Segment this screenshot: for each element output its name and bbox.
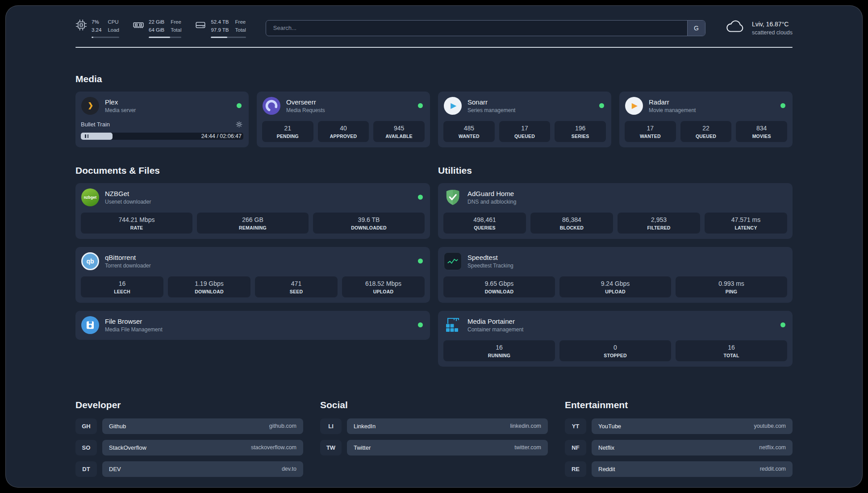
service-stats: 498,461QUERIES 86,384BLOCKED 2,953FILTER… (443, 213, 787, 234)
memory-usage-bar (149, 37, 181, 38)
stat-value: 834 (738, 125, 785, 132)
stat-label: MOVIES (738, 134, 785, 139)
disk-free-value: 52.4 TB (211, 18, 229, 26)
weather-condition: scattered clouds (752, 29, 793, 37)
disk-icon (195, 19, 206, 31)
status-dot (780, 322, 785, 327)
bookmark-domain: github.com (269, 423, 296, 429)
stat-value: 266 GB (199, 216, 307, 223)
memory-total-label: Total (171, 26, 181, 34)
search-bar: G (266, 20, 705, 36)
resource-widget-cpu: 7% 3.24 CPU Load (75, 18, 119, 38)
dashboard-panel: 7% 3.24 CPU Load (5, 5, 863, 488)
bookmark-abbr: LI (320, 418, 342, 434)
bookmark-abbr: RE (565, 461, 586, 477)
bookmark-abbr: TW (320, 440, 342, 455)
stat-label: STOPPED (561, 353, 669, 358)
bookmark-name: StackOverflow (109, 444, 146, 451)
service-name: Speedtest (467, 254, 787, 261)
service-subtitle: Media File Management (105, 326, 413, 333)
stat: 40APPROVED (318, 121, 369, 142)
stat-value: 39.6 TB (315, 216, 423, 223)
resource-widget-memory: 22 GiB 64 GiB Free Total (133, 18, 181, 38)
stat-value: 17 (501, 125, 549, 132)
bookmark-name: Twitter (354, 444, 371, 451)
disk-total-value: 97.9 TB (211, 26, 229, 34)
bookmark-reddit[interactable]: RE Redditreddit.com (565, 461, 793, 477)
bookmark-linkedin[interactable]: LI LinkedInlinkedin.com (320, 418, 548, 434)
qbittorrent-icon: qb (81, 252, 99, 270)
weather-widget[interactable]: Lviv, 16.87°C scattered clouds (725, 20, 793, 37)
bookmark-name: YouTube (598, 423, 621, 430)
service-subtitle: Media server (105, 107, 231, 113)
section-heading-utilities: Utilities (438, 165, 793, 176)
stat-value: 40 (320, 125, 367, 132)
bookmark-domain: netflix.com (759, 444, 786, 451)
cloud-icon (725, 20, 746, 36)
stat: 618.52 MbpsUPLOAD (342, 276, 425, 297)
service-card-adguard[interactable]: AdGuard Home DNS and adblocking 498,461Q… (438, 183, 793, 239)
stat-value: 0.993 ms (677, 280, 785, 287)
service-card-radarr[interactable]: ▶ Radarr Movie management 17WANTED 22QUE… (619, 92, 793, 147)
cpu-label: CPU (108, 18, 119, 26)
stat: 2,953FILTERED (618, 213, 700, 234)
bookmark-domain: twitter.com (514, 444, 541, 451)
service-card-speedtest[interactable]: Speedtest Speedtest Tracking 9.65 GbpsDO… (438, 247, 793, 303)
stat-label: WANTED (445, 134, 493, 139)
service-name: NZBGet (105, 190, 413, 197)
gear-icon[interactable] (235, 121, 243, 129)
disk-free-label: Free (235, 18, 246, 26)
service-card-filebrowser[interactable]: File Browser Media File Management (75, 311, 430, 340)
service-stats: 17WANTED 22QUEUED 834MOVIES (625, 121, 787, 142)
bookmark-netflix[interactable]: NF Netflixnetflix.com (565, 440, 793, 455)
pause-icon[interactable] (85, 134, 88, 138)
search-provider-button[interactable]: G (687, 21, 705, 36)
stat-label: TOTAL (677, 353, 785, 358)
adguard-shield-icon (443, 188, 462, 207)
topbar-divider (75, 47, 793, 48)
stat-label: LEECH (83, 289, 162, 294)
bookmark-github[interactable]: GH Githubgithub.com (75, 418, 303, 434)
sonarr-icon: ▶ (444, 97, 462, 115)
service-card-qbittorrent[interactable]: qb qBittorrent Torrent downloader 16LEEC… (75, 247, 430, 303)
service-name: Sonarr (467, 98, 594, 106)
bookmark-stackoverflow[interactable]: SO StackOverflowstackoverflow.com (75, 440, 303, 455)
stat: 39.6 TBDOWNLOADED (313, 213, 425, 234)
stat: 1.19 GbpsDOWNLOAD (168, 276, 250, 297)
nzbget-icon: nzbget (81, 188, 99, 206)
stat: 196SERIES (555, 121, 606, 142)
bookmark-abbr: DT (75, 461, 97, 477)
stat-value: 16 (677, 344, 785, 351)
stat-label: DOWNLOAD (170, 289, 249, 294)
service-card-overseerr[interactable]: Overseerr Media Requests 21PENDING 40APP… (257, 92, 430, 147)
documents-group: Documents & Files nzbget NZBGet Usenet d… (75, 165, 430, 375)
cpu-percent-value: 7% (92, 18, 101, 26)
stat-label: SERIES (556, 134, 604, 139)
stat-value: 1.19 Gbps (170, 280, 249, 287)
stat-label: QUERIES (445, 225, 524, 230)
stat: 834MOVIES (736, 121, 787, 142)
stat-label: REMAINING (199, 225, 307, 230)
stat-label: DOWNLOAD (445, 289, 553, 294)
stat-label: SEED (257, 289, 336, 294)
service-card-plex[interactable]: Plex Media server Bullet Train (75, 92, 249, 147)
bookmark-dev[interactable]: DT DEVdev.to (75, 461, 303, 477)
weather-location: Lviv, 16.87°C (752, 20, 793, 29)
bookmark-twitter[interactable]: TW Twittertwitter.com (320, 440, 548, 455)
service-stats: 16LEECH 1.19 GbpsDOWNLOAD 471SEED 618.52… (81, 276, 425, 297)
stat-value: 196 (556, 125, 604, 132)
section-heading-media: Media (75, 74, 793, 84)
stat-label: APPROVED (320, 134, 367, 139)
search-input[interactable] (266, 21, 687, 36)
service-card-sonarr[interactable]: ▶ Sonarr Series management 485WANTED 17Q… (438, 92, 611, 147)
bookmark-youtube[interactable]: YT YouTubeyoutube.com (565, 418, 793, 434)
service-card-nzbget[interactable]: nzbget NZBGet Usenet downloader 744.21 M… (75, 183, 430, 239)
service-name: qBittorrent (105, 254, 413, 261)
playback-progress-bar[interactable]: 24:44 / 02:06:47 (81, 133, 243, 140)
service-stats: 16RUNNING 0STOPPED 16TOTAL (443, 340, 787, 361)
service-subtitle: Usenet downloader (105, 199, 413, 205)
service-subtitle: Series management (467, 107, 594, 113)
cpu-load-value: 3.24 (92, 26, 101, 34)
stat-label: DOWNLOADED (315, 225, 423, 230)
service-card-portainer[interactable]: Media Portainer Container management 16R… (438, 311, 793, 367)
